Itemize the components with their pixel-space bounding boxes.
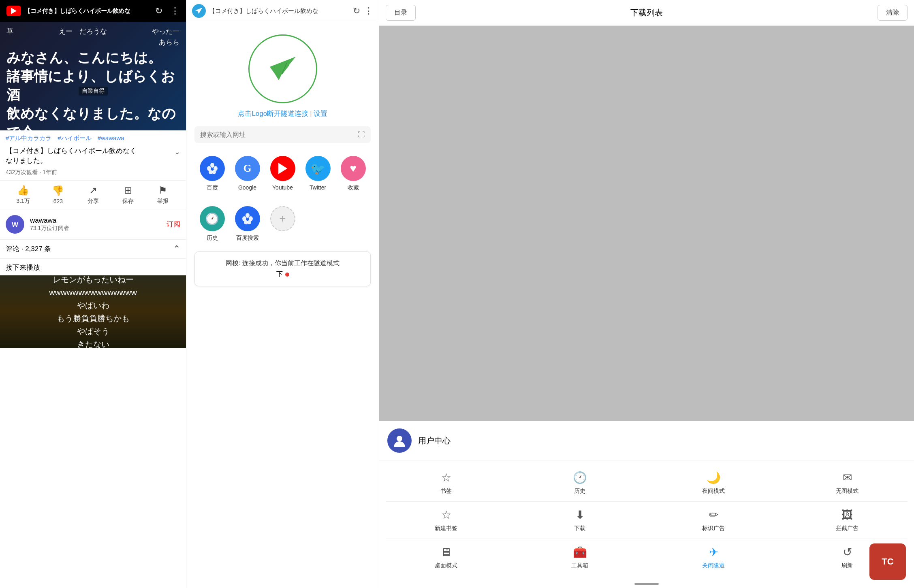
night-mode-label: 夜间模式 bbox=[702, 488, 725, 495]
video-meta: 432万次観看 · 1年前 bbox=[0, 168, 186, 180]
google-label: Google bbox=[238, 184, 256, 191]
uc-block-ads[interactable]: 🖼 拦截广告 bbox=[780, 502, 914, 539]
comments-expand-icon[interactable]: ⌃ bbox=[173, 244, 180, 254]
disconnect-link[interactable]: 点击Logo断开隧道连接 bbox=[238, 109, 308, 118]
favorites-label: 收藏 bbox=[348, 184, 359, 192]
download-label: 下载 bbox=[574, 525, 585, 532]
browser-content: 点击Logo断开隧道连接 | 设置 ⛶ bbox=[186, 22, 379, 588]
no-image-label: 无图模式 bbox=[836, 488, 858, 495]
no-image-icon: ✉ bbox=[843, 471, 852, 484]
uc-history[interactable]: 🕐 历史 bbox=[513, 464, 647, 501]
status-indicator: 下 bbox=[276, 270, 289, 279]
tc-watermark: TC bbox=[869, 543, 906, 580]
mid-panel: 【コメ付き】しばらくハイボール飲めな ↻ ⋮ 点击Logo断开隧道连接 | 设置 bbox=[186, 0, 379, 588]
nav-indicator bbox=[634, 583, 659, 585]
status-dot bbox=[285, 273, 289, 277]
fullscreen-icon[interactable]: ⛶ bbox=[358, 130, 365, 139]
shortcut-baidu[interactable]: 百度 bbox=[194, 151, 230, 196]
uc-no-image[interactable]: ✉ 无图模式 bbox=[780, 464, 914, 501]
status-sub: 下 bbox=[276, 270, 283, 279]
uc-desktop-mode[interactable]: 🖥 桌面模式 bbox=[379, 539, 513, 576]
user-center: 用户中心 ☆ 书签 🕐 历史 🌙 夜间模式 ✉ 无图模式 bbox=[379, 421, 914, 588]
more-button[interactable]: ⋮ bbox=[364, 6, 373, 16]
clear-button[interactable]: 清除 bbox=[878, 5, 908, 21]
next-thumbnail[interactable]: レモンがもったいねー wwwwwwwwwwwwwww やばいわ もう勝負負勝ちか… bbox=[0, 275, 186, 348]
tg-logo-circle[interactable] bbox=[248, 34, 317, 103]
mark-ads-icon: ✏ bbox=[709, 508, 718, 522]
caption-top: 草 えー だろうな やった一 bbox=[6, 27, 179, 36]
uc-mark-ads[interactable]: ✏ 标识广告 bbox=[647, 502, 780, 539]
caption-top-mid: えー だろうな bbox=[59, 27, 107, 36]
report-icon: ⚑ bbox=[158, 185, 167, 196]
baidu-label: 百度 bbox=[207, 184, 218, 192]
yt-logo[interactable]: 【コメ付き】しばらくハイボール飲めな bbox=[6, 6, 130, 16]
shortcut-twitter[interactable]: 🐦 Twitter bbox=[300, 151, 335, 196]
uc-toolbox[interactable]: 🧰 工具箱 bbox=[513, 539, 647, 576]
baidusearch-icon bbox=[235, 206, 260, 231]
uc-close-tunnel[interactable]: ✈ 关闭隧道 bbox=[647, 539, 780, 576]
caption-top-right: やった一 bbox=[152, 27, 179, 36]
twitter-label: Twitter bbox=[310, 184, 326, 191]
desktop-label: 桌面模式 bbox=[435, 562, 457, 569]
like-button[interactable]: 👍 3.1万 bbox=[6, 185, 41, 205]
uc-new-bookmark[interactable]: ☆ 新建书签 bbox=[379, 502, 513, 539]
save-label: 保存 bbox=[122, 198, 134, 205]
save-button[interactable]: ⊞ 保存 bbox=[111, 185, 145, 205]
uc-name: 用户中心 bbox=[418, 435, 451, 446]
search-input[interactable] bbox=[200, 131, 358, 138]
video-tags: #アル中カラカラ #ハイボール #wawawa bbox=[0, 130, 186, 144]
shortcut-google[interactable]: G Google bbox=[230, 151, 265, 196]
svg-point-9 bbox=[247, 220, 251, 224]
settings-link[interactable]: 设置 bbox=[314, 109, 327, 118]
close-tunnel-icon: ✈ bbox=[709, 545, 718, 559]
video-title-text: 【コメ付き】しばらくハイボール飲めなく なりました。 bbox=[6, 146, 174, 166]
next-label: 接下来播放 bbox=[0, 258, 186, 275]
favorites-icon: ♥ bbox=[341, 156, 366, 181]
more-icon[interactable]: ⋮ bbox=[171, 6, 179, 16]
left-panel: 【コメ付き】しばらくハイボール飲めな ↻ ⋮ 草 えー だろうな やった一 あら… bbox=[0, 0, 186, 588]
baidusearch-label: 百度搜索 bbox=[236, 234, 259, 242]
channel-avatar[interactable]: w bbox=[6, 215, 24, 234]
dislike-button[interactable]: 👎 623 bbox=[41, 185, 75, 205]
night-mode-icon: 🌙 bbox=[707, 471, 721, 484]
browser-topbar: 【コメ付き】しばらくハイボール飲めな ↻ ⋮ bbox=[186, 0, 379, 22]
channel-section: w wawawa 73.1万位订阅者 订阅 bbox=[0, 209, 186, 239]
uc-download[interactable]: ⬇ 下载 bbox=[513, 502, 647, 539]
report-label: 举报 bbox=[157, 198, 169, 205]
svg-point-10 bbox=[397, 436, 402, 441]
toolbox-label: 工具箱 bbox=[571, 562, 588, 569]
shortcut-baidusearch[interactable]: 百度搜索 bbox=[230, 201, 265, 247]
reload-icon[interactable]: ↻ bbox=[155, 6, 162, 16]
block-ads-label: 拦截广告 bbox=[836, 525, 858, 532]
bottom-indicator bbox=[379, 580, 914, 588]
right-panel: 目录 下载列表 清除 用户中心 ☆ 书签 🕐 历史 bbox=[379, 0, 914, 588]
caption-right2: あらら bbox=[6, 38, 179, 47]
shortcut-add[interactable]: + bbox=[265, 201, 300, 247]
history-label: 历史 bbox=[574, 488, 585, 495]
shortcut-history[interactable]: 🕐 历史 bbox=[194, 201, 230, 247]
like-count: 3.1万 bbox=[16, 198, 30, 205]
svg-point-0 bbox=[210, 163, 214, 168]
uc-avatar[interactable] bbox=[387, 428, 412, 453]
browser-url-text: 【コメ付き】しばらくハイボール飲めな bbox=[209, 7, 350, 15]
uc-bookmarks[interactable]: ☆ 书签 bbox=[379, 464, 513, 501]
shortcut-favorites[interactable]: ♥ 收藏 bbox=[335, 151, 371, 196]
shortcut-youtube[interactable]: Youtube bbox=[265, 151, 300, 196]
video-thumbnail[interactable]: 草 えー だろうな やった一 あらら 自業自得 みなさん、こんにちは。 諸事情に… bbox=[0, 22, 186, 130]
expand-icon[interactable]: ⌄ bbox=[174, 147, 180, 157]
reload-button[interactable]: ↻ bbox=[353, 6, 360, 16]
next-caption: レモンがもったいねー wwwwwwwwwwwwwww やばいわ もう勝負負勝ちか… bbox=[41, 275, 145, 348]
nav-button[interactable]: 目录 bbox=[386, 5, 416, 21]
subscribe-button[interactable]: 订阅 bbox=[167, 219, 180, 229]
uc-night-mode[interactable]: 🌙 夜间模式 bbox=[647, 464, 780, 501]
download-title: 下载列表 bbox=[416, 7, 878, 18]
new-bookmark-icon: ☆ bbox=[441, 508, 451, 522]
history-icon: 🕐 bbox=[573, 471, 587, 484]
tg-icon[interactable] bbox=[192, 4, 206, 18]
uc-profile: 用户中心 bbox=[379, 421, 914, 460]
yt-topbar: 【コメ付き】しばらくハイボール飲めな ↻ ⋮ bbox=[0, 0, 186, 22]
share-button[interactable]: ↗ 分享 bbox=[75, 185, 110, 205]
close-tunnel-label: 关闭隧道 bbox=[702, 562, 725, 569]
report-button[interactable]: ⚑ 举报 bbox=[145, 185, 180, 205]
svg-point-5 bbox=[246, 213, 250, 218]
